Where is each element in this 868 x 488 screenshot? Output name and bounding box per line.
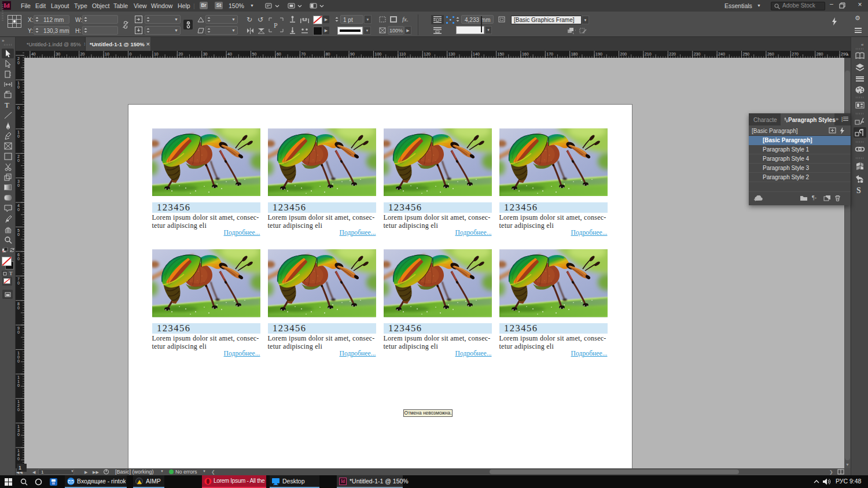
svg-text:20: 20: [80, 52, 85, 56]
svg-text:120: 120: [424, 52, 431, 56]
svg-text:140: 140: [473, 52, 480, 56]
svg-text:200: 200: [620, 52, 627, 56]
svg-text:0: 0: [130, 52, 132, 56]
svg-text:140: 140: [17, 449, 20, 461]
svg-text:0: 0: [17, 106, 20, 110]
svg-text:20: 20: [17, 57, 20, 65]
svg-text:100: 100: [375, 52, 382, 56]
svg-text:10: 10: [17, 130, 20, 138]
svg-text:270: 270: [792, 52, 799, 56]
svg-text:100: 100: [17, 351, 20, 363]
svg-text:70: 70: [17, 277, 20, 285]
svg-text:110: 110: [399, 52, 406, 56]
svg-text:30: 30: [56, 52, 60, 56]
svg-text:130: 130: [17, 424, 20, 437]
svg-text:220: 220: [669, 52, 676, 56]
svg-text:110: 110: [17, 375, 20, 387]
svg-text:P: P: [274, 21, 278, 29]
svg-text:60: 60: [17, 253, 20, 261]
svg-text:180: 180: [571, 52, 578, 56]
svg-text:50: 50: [17, 228, 20, 236]
svg-text:10: 10: [17, 81, 20, 89]
svg-text:260: 260: [767, 52, 774, 56]
svg-text:40: 40: [31, 52, 36, 56]
svg-text:240: 240: [718, 52, 725, 56]
svg-text:40: 40: [227, 52, 232, 56]
svg-text:230: 230: [694, 52, 701, 56]
svg-text:130: 130: [448, 52, 455, 56]
svg-text:10: 10: [105, 52, 109, 56]
svg-text:90: 90: [350, 52, 355, 56]
svg-text:50: 50: [252, 52, 257, 56]
svg-text:80: 80: [326, 52, 330, 56]
svg-text:70: 70: [301, 52, 306, 56]
svg-text:250: 250: [743, 52, 750, 56]
svg-text:160: 160: [522, 52, 529, 56]
svg-text:150: 150: [498, 52, 505, 56]
svg-text:80: 80: [17, 302, 20, 310]
svg-text:60: 60: [277, 52, 281, 56]
svg-text:170: 170: [546, 52, 553, 56]
svg-text:30: 30: [17, 179, 20, 187]
svg-text:40: 40: [17, 204, 20, 212]
svg-text:20: 20: [17, 154, 20, 162]
svg-text:190: 190: [595, 52, 602, 56]
svg-text:20: 20: [178, 52, 183, 56]
svg-text:30: 30: [203, 52, 208, 56]
svg-text:210: 210: [645, 52, 652, 56]
svg-text:280: 280: [816, 52, 823, 56]
svg-text:10: 10: [154, 52, 159, 56]
svg-text:120: 120: [17, 400, 20, 412]
svg-text:90: 90: [17, 326, 20, 334]
